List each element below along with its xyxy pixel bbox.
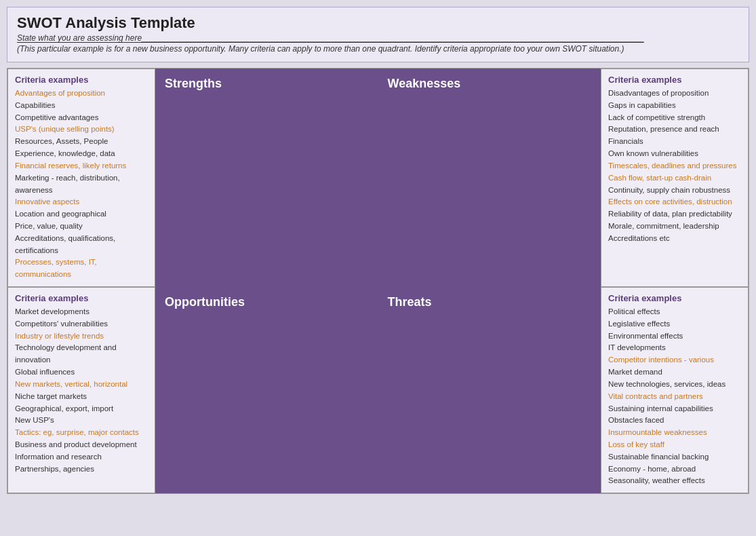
list-item: Gaps in capabilities <box>608 100 741 112</box>
weaknesses-quadrant: Weaknesses <box>378 69 601 287</box>
list-item: Industry or lifestyle trends <box>15 330 148 343</box>
list-item: Tactics: eg, surprise, major contacts <box>15 427 148 439</box>
list-item: Financials <box>608 136 741 148</box>
list-item: Market developments <box>15 306 148 318</box>
header-note: (This particular example is for a new bu… <box>17 44 739 54</box>
list-item: Continuity, supply chain robustness <box>608 185 741 197</box>
list-item: New markets, vertical, horizontal <box>15 379 148 391</box>
list-item: Location and geographical <box>15 208 148 221</box>
list-item: Insurmountable weaknesses <box>608 427 741 439</box>
list-item: IT developments <box>608 342 741 354</box>
list-item: Vital contracts and partners <box>608 391 741 403</box>
list-item: Price, value, quality <box>15 221 148 233</box>
list-item: Disadvantages of proposition <box>608 88 741 100</box>
outer-container: SWOT Analysis Template State what you ar… <box>0 0 756 536</box>
list-item: Geographical, export, import <box>15 403 148 415</box>
threats-label: Threats <box>388 295 432 309</box>
header-box: SWOT Analysis Template State what you ar… <box>7 7 749 62</box>
list-item: Morale, commitment, leadership <box>608 221 741 233</box>
list-item: Business and product development <box>15 439 148 451</box>
header-subtitle: State what you are assessing here_______… <box>17 33 739 43</box>
strengths-label: Strengths <box>165 77 222 90</box>
list-item: USP's (unique selling points) <box>15 123 148 136</box>
list-item: Technology development and innovation <box>15 342 148 366</box>
list-item: Capabilities <box>15 100 148 112</box>
criteria-top-right-list: Disadvantages of propositionGaps in capa… <box>608 88 741 245</box>
weaknesses-label: Weaknesses <box>388 77 461 90</box>
page-title: SWOT Analysis Template <box>17 14 739 32</box>
list-item: Processes, systems, IT, communications <box>15 256 148 281</box>
list-item: Effects on core activities, distruction <box>608 196 741 208</box>
list-item: Own known vulnerabilities <box>608 148 741 160</box>
criteria-bottom-left-list: Market developmentsCompetitors' vulnerab… <box>15 306 148 475</box>
criteria-bottom-right-header: Criteria examples <box>608 293 741 303</box>
list-item: Loss of key staff <box>608 439 741 451</box>
list-item: Competitor intentions - various <box>608 354 741 366</box>
list-item: Cash flow, start-up cash-drain <box>608 172 741 185</box>
list-item: Market demand <box>608 366 741 379</box>
list-item: Obstacles faced <box>608 415 741 427</box>
swot-grid: Criteria examples Advantages of proposit… <box>7 68 749 494</box>
list-item: Economy - home, abroad <box>608 463 741 476</box>
list-item: Innovative aspects <box>15 196 148 208</box>
list-item: Sustainable financial backing <box>608 451 741 463</box>
list-item: Financial reserves, likely returns <box>15 160 148 172</box>
list-item: Environmental effects <box>608 330 741 343</box>
list-item: New technologies, services, ideas <box>608 379 741 391</box>
criteria-top-left: Criteria examples Advantages of proposit… <box>7 69 155 287</box>
criteria-bottom-left: Criteria examples Market developmentsCom… <box>7 287 155 493</box>
strengths-quadrant: Strengths <box>155 69 378 287</box>
criteria-bottom-right: Criteria examples Political effectsLegis… <box>601 287 749 493</box>
list-item: Competitors' vulnerabilities <box>15 318 148 330</box>
list-item: New USP's <box>15 415 148 427</box>
criteria-top-right: Criteria examples Disadvantages of propo… <box>601 69 749 287</box>
list-item: Sustaining internal capabilities <box>608 403 741 415</box>
criteria-bottom-right-list: Political effectsLegislative effectsEnvi… <box>608 306 741 487</box>
list-item: Accreditations etc <box>608 233 741 245</box>
list-item: Niche target markets <box>15 391 148 403</box>
list-item: Marketing - reach, distribution, awarene… <box>15 172 148 197</box>
list-item: Reputation, presence and reach <box>608 123 741 136</box>
list-item: Global influences <box>15 366 148 379</box>
list-item: Accreditations, qualifications, certific… <box>15 233 148 257</box>
list-item: Information and research <box>15 451 148 463</box>
threats-quadrant: Threats <box>378 287 601 493</box>
opportunities-label: Opportunities <box>165 295 245 309</box>
list-item: Competitive advantages <box>15 112 148 124</box>
list-item: Resources, Assets, People <box>15 136 148 148</box>
list-item: Political effects <box>608 306 741 318</box>
list-item: Timescales, deadlines and pressures <box>608 160 741 172</box>
criteria-top-left-list: Advantages of propositionCapabilitiesCom… <box>15 88 148 281</box>
list-item: Lack of competitive strength <box>608 112 741 124</box>
criteria-top-right-header: Criteria examples <box>608 75 741 85</box>
opportunities-quadrant: Opportunities <box>155 287 378 493</box>
list-item: Seasonality, weather effects <box>608 475 741 487</box>
list-item: Partnerships, agencies <box>15 463 148 476</box>
list-item: Reliability of data, plan predictability <box>608 208 741 221</box>
criteria-top-left-header: Criteria examples <box>15 75 148 85</box>
criteria-bottom-left-header: Criteria examples <box>15 293 148 303</box>
list-item: Legislative effects <box>608 318 741 330</box>
list-item: Experience, knowledge, data <box>15 148 148 160</box>
list-item: Advantages of proposition <box>15 88 148 100</box>
